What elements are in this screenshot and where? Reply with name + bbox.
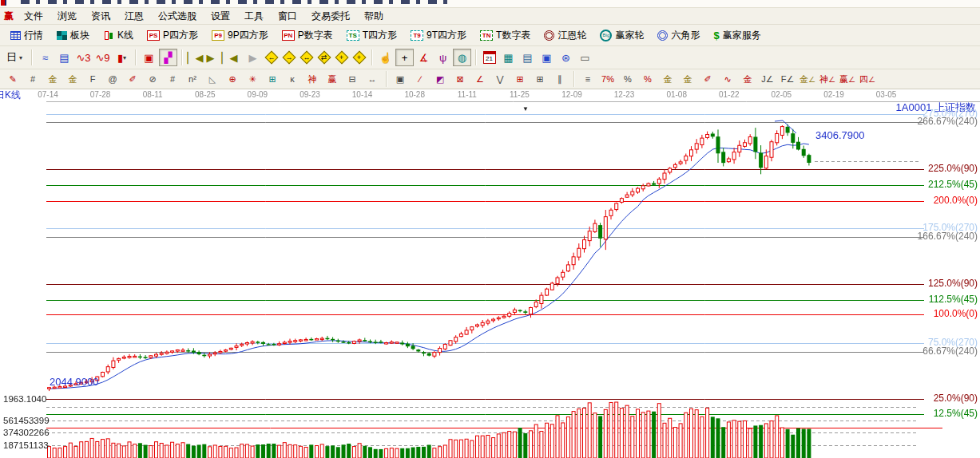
high-price-annotation: 3406.7900	[815, 130, 864, 141]
date-tick: 12-23	[614, 90, 635, 99]
scale-value-label: 561453399	[3, 416, 50, 426]
top-marker-icon: ▼	[522, 106, 529, 113]
date-tick: 08-11	[143, 90, 163, 99]
date-tick: 02-19	[823, 90, 844, 99]
date-tick: 10-28	[404, 90, 425, 99]
gann-level-label: 212.5%(45)	[928, 180, 978, 190]
period-label: 日K线	[0, 90, 21, 101]
gann-level-label: 200.0%(0)	[934, 195, 978, 206]
gann-level-label: 25.0%(90)	[934, 393, 978, 404]
gann-level-label: 100.0%(0)	[934, 309, 978, 319]
date-tick: 12-09	[561, 90, 582, 99]
date-tick: 03-05	[876, 90, 897, 99]
gann-level-label: 266.67%(240)	[918, 116, 978, 127]
date-tick: 09-09	[248, 90, 268, 99]
kline-canvas[interactable]	[0, 0, 980, 458]
scale-value-label: 1963.1040	[3, 394, 46, 405]
gann-level-label: 66.67%(240)	[922, 346, 978, 357]
gann-level-label: 166.67%(240)	[918, 231, 978, 242]
date-tick: 10-14	[352, 90, 373, 99]
date-tick: 01-22	[719, 90, 740, 99]
date-tick: 01-08	[666, 90, 687, 99]
start-price-annotation: 2044.9000	[50, 377, 98, 388]
gann-level-label: 12.5%(45)	[934, 409, 978, 419]
scale-value-label: 187151133	[3, 440, 49, 451]
date-tick: 07-28	[90, 90, 111, 99]
date-tick: 07-14	[38, 90, 58, 99]
gann-level-label: 112.5%(45)	[929, 294, 978, 305]
date-tick: 02-05	[772, 90, 792, 99]
scale-value-label: 374302266	[3, 428, 50, 438]
date-tick: 08-25	[195, 90, 216, 99]
gann-level-label: 125.0%(90)	[928, 278, 978, 289]
gann-level-label: 225.0%(90)	[928, 164, 978, 174]
app-window: 赢 文件浏览资讯江恩公式选股设置工具窗口交易委托帮助 行情板块K线PSP四方形P…	[0, 0, 980, 458]
date-tick: 11-11	[458, 90, 477, 99]
date-tick: 09-23	[300, 90, 320, 99]
date-tick: 11-25	[510, 90, 530, 99]
